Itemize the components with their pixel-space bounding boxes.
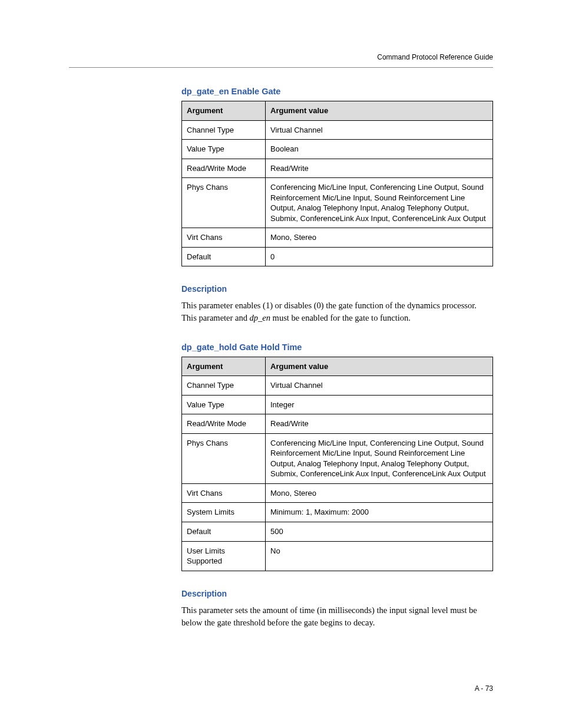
table-row: Phys Chans Conferencing Mic/Line Input, … — [182, 433, 493, 483]
arg-cell: Default — [182, 247, 266, 266]
arg-cell: Channel Type — [182, 376, 266, 396]
val-cell: Virtual Channel — [266, 120, 493, 140]
val-cell: No — [266, 541, 493, 571]
val-cell: 500 — [266, 522, 493, 541]
section2-description-heading: Description — [181, 589, 493, 598]
arg-cell: Value Type — [182, 140, 266, 159]
section2-title: dp_gate_hold Gate Hold Time — [181, 342, 493, 352]
val-cell: Conferencing Mic/Line Input, Conferencin… — [266, 178, 493, 228]
arg-cell: Channel Type — [182, 120, 266, 140]
table-row: Value Type Boolean — [182, 140, 493, 159]
page-footer: A - 73 — [475, 684, 493, 693]
section1-description-text: This parameter enables (1) or disables (… — [181, 299, 493, 324]
table-row: Virt Chans Mono, Stereo — [182, 228, 493, 248]
arg-cell: Virt Chans — [182, 228, 266, 248]
table-row: Phys Chans Conferencing Mic/Line Input, … — [182, 178, 493, 228]
table-row: Default 500 — [182, 522, 493, 541]
table-dp-gate-hold: Argument Argument value Channel Type Vir… — [181, 357, 493, 571]
arg-cell: Value Type — [182, 395, 266, 414]
section1-description-heading: Description — [181, 284, 493, 294]
arg-cell: Read/Write Mode — [182, 159, 266, 178]
arg-cell: Virt Chans — [182, 483, 266, 503]
col-argument: Argument — [182, 357, 266, 376]
val-cell: Integer — [266, 395, 493, 414]
page: Command Protocol Reference Guide dp_gate… — [0, 0, 562, 728]
col-argument-value: Argument value — [266, 101, 493, 121]
val-cell: Conferencing Mic/Line Input, Conferencin… — [266, 433, 493, 483]
arg-cell: Phys Chans — [182, 433, 266, 483]
col-argument: Argument — [182, 101, 266, 121]
val-cell: Boolean — [266, 140, 493, 159]
table-row: User Limits Supported No — [182, 541, 493, 571]
val-cell: Mono, Stereo — [266, 483, 493, 503]
table-row: Channel Type Virtual Channel — [182, 120, 493, 140]
col-argument-value: Argument value — [266, 357, 493, 376]
val-cell: Read/Write — [266, 414, 493, 434]
arg-cell: System Limits — [182, 503, 266, 522]
table-row: System Limits Minimum: 1, Maximum: 2000 — [182, 503, 493, 522]
table-header-row: Argument Argument value — [182, 101, 493, 121]
section1-title: dp_gate_en Enable Gate — [181, 87, 493, 96]
table-row: Value Type Integer — [182, 395, 493, 414]
arg-cell: Default — [182, 522, 266, 541]
table-dp-gate-en: Argument Argument value Channel Type Vir… — [181, 101, 493, 266]
val-cell: 0 — [266, 247, 493, 266]
page-header: Command Protocol Reference Guide — [377, 53, 493, 61]
val-cell: Virtual Channel — [266, 376, 493, 396]
table-header-row: Argument Argument value — [182, 357, 493, 376]
section2-description-text: This parameter sets the amount of time (… — [181, 604, 493, 629]
table-row: Read/Write Mode Read/Write — [182, 414, 493, 434]
arg-cell: Phys Chans — [182, 178, 266, 228]
content: dp_gate_en Enable Gate Argument Argument… — [181, 87, 493, 629]
desc-post: must be enabled for the gate to function… — [270, 313, 411, 322]
table-row: Read/Write Mode Read/Write — [182, 159, 493, 178]
table-row: Channel Type Virtual Channel — [182, 376, 493, 396]
val-cell: Minimum: 1, Maximum: 2000 — [266, 503, 493, 522]
table-row: Virt Chans Mono, Stereo — [182, 483, 493, 503]
table-row: Default 0 — [182, 247, 493, 266]
arg-cell: User Limits Supported — [182, 541, 266, 571]
desc-em: dp_en — [250, 313, 270, 322]
val-cell: Mono, Stereo — [266, 228, 493, 248]
val-cell: Read/Write — [266, 159, 493, 178]
header-rule — [69, 67, 493, 68]
arg-cell: Read/Write Mode — [182, 414, 266, 434]
